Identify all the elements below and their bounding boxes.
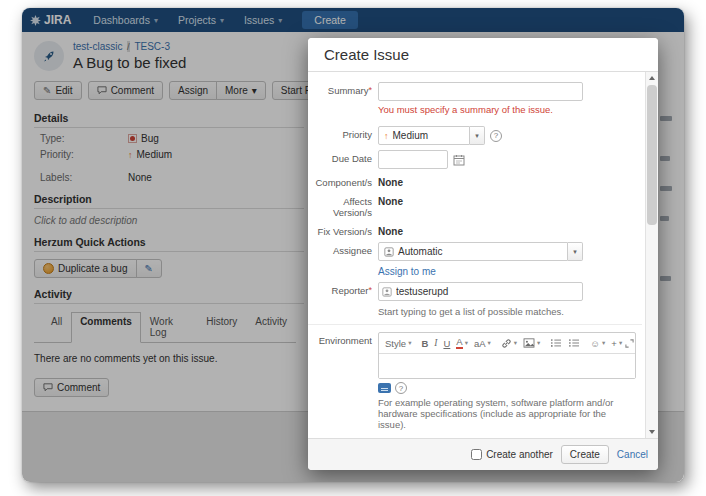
priority-label: Priority: [308, 126, 378, 145]
create-another-checkbox[interactable]: [471, 449, 482, 460]
reporter-hint: Start typing to get a list of possible m…: [378, 306, 642, 317]
environment-label: Environment: [308, 332, 378, 430]
priority-medium-icon: ↑: [384, 131, 389, 141]
components-value: None: [378, 174, 642, 188]
due-date-label: Due Date: [308, 150, 378, 169]
environment-textarea[interactable]: [379, 354, 635, 378]
modal-scrollbar[interactable]: [645, 72, 658, 438]
summary-input[interactable]: [378, 82, 583, 101]
assignee-label: Assignee: [308, 242, 378, 261]
insert-more-button[interactable]: +▾: [608, 336, 625, 351]
environment-editor[interactable]: Style▾ B I U A▾ aA▾ ▾ ▾: [378, 332, 636, 379]
due-date-input[interactable]: [378, 150, 448, 169]
chevron-down-icon: ▾: [602, 339, 605, 347]
scroll-down-button[interactable]: [646, 426, 658, 438]
dialog-footer: Create another Create Cancel: [308, 438, 658, 470]
emoji-button[interactable]: ☺▾: [587, 336, 608, 351]
bullet-list-icon: [550, 338, 562, 348]
numbered-list-button[interactable]: [565, 336, 583, 350]
screenshot-stage: JIRA Dashboards▾ Projects▾ Issues▾ Creat…: [0, 0, 706, 496]
italic-button[interactable]: I: [431, 336, 440, 350]
expand-editor-icon[interactable]: [625, 339, 634, 348]
editor-toolbar: Style▾ B I U A▾ aA▾ ▾ ▾: [379, 333, 635, 354]
dialog-title: Create Issue: [308, 38, 658, 72]
chevron-down-icon: ▾: [408, 339, 411, 347]
user-icon: [382, 287, 392, 297]
chevron-down-icon: ▾: [465, 339, 468, 347]
numbered-list-icon: [568, 338, 580, 348]
help-icon[interactable]: ?: [490, 130, 502, 142]
insert-link-button[interactable]: ▾: [498, 336, 520, 351]
insert-image-button[interactable]: ▾: [520, 336, 543, 350]
fix-versions-label: Fix Version/s: [308, 223, 378, 237]
create-submit-button[interactable]: Create: [561, 445, 609, 464]
environment-hint: For example operating system, software p…: [378, 397, 636, 430]
reporter-label: Reporter*: [308, 282, 378, 301]
affects-versions-label: Affects Version/s: [308, 193, 378, 218]
style-dropdown[interactable]: Style▾: [382, 336, 414, 351]
create-another-option[interactable]: Create another: [471, 449, 553, 460]
summary-error: You must specify a summary of the issue.: [378, 104, 642, 115]
reporter-input[interactable]: [378, 282, 583, 301]
calendar-icon[interactable]: [453, 154, 465, 166]
chevron-down-icon: ▾: [488, 339, 491, 347]
assign-to-me-link[interactable]: Assign to me: [378, 266, 436, 277]
text-color-button[interactable]: A▾: [453, 335, 471, 351]
scrollbar-thumb[interactable]: [647, 85, 657, 225]
priority-select[interactable]: ↑ Medium: [378, 126, 470, 145]
link-icon: [501, 338, 512, 349]
components-label: Component/s: [308, 174, 378, 188]
form-divider: [308, 324, 642, 325]
chevron-down-icon: ▾: [619, 339, 622, 347]
user-icon: [384, 247, 394, 257]
jira-window: JIRA Dashboards▾ Projects▾ Issues▾ Creat…: [22, 8, 684, 482]
text-effects-button[interactable]: aA▾: [471, 336, 494, 351]
bullet-list-button[interactable]: [547, 336, 565, 350]
priority-dropdown-button[interactable]: ▾: [470, 126, 485, 145]
summary-label: Summary*: [308, 82, 378, 101]
affects-versions-value: None: [378, 193, 642, 218]
create-issue-dialog: Create Issue Summary* You must specify a…: [308, 38, 658, 470]
cancel-link[interactable]: Cancel: [617, 449, 648, 460]
scroll-up-button[interactable]: [646, 72, 658, 84]
assignee-dropdown-button[interactable]: ▾: [568, 242, 583, 261]
fix-versions-value: None: [378, 223, 642, 237]
assignee-select[interactable]: Automatic: [378, 242, 568, 261]
bold-button[interactable]: B: [418, 336, 431, 351]
underline-button[interactable]: U: [440, 336, 453, 351]
help-icon[interactable]: ?: [395, 382, 407, 394]
chevron-down-icon: ▾: [537, 339, 540, 347]
image-icon: [523, 338, 535, 348]
wiki-markup-icon[interactable]: [378, 383, 391, 393]
chevron-down-icon: ▾: [514, 339, 517, 347]
create-issue-form: Summary* You must specify a summary of t…: [308, 72, 645, 438]
